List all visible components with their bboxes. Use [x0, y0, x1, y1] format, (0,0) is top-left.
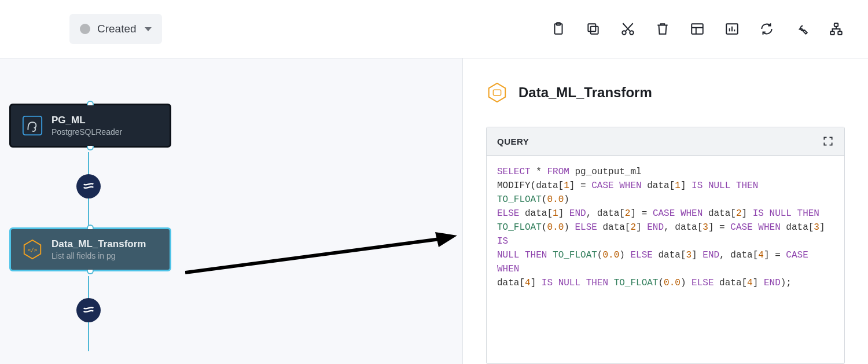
node-subtitle: List all fields in pg: [52, 251, 146, 260]
svg-marker-15: [435, 232, 457, 247]
flow-canvas[interactable]: PG_ML PostgreSQLReader </> Data_ML_Trans…: [0, 58, 463, 364]
clipboard-icon[interactable]: [550, 20, 567, 38]
details-panel: Data_ML_Transform QUERY SELECT * FROM pg…: [463, 58, 868, 364]
svg-rect-10: [838, 31, 842, 34]
query-label: QUERY: [497, 137, 529, 146]
transform-hex-icon: [486, 82, 508, 104]
svg-rect-8: [834, 23, 838, 26]
toolbar-icons: [550, 20, 845, 38]
svg-rect-2: [591, 27, 598, 34]
node-data-ml-transform[interactable]: </> Data_ML_Transform List all fields in…: [9, 227, 171, 271]
svg-marker-16: [489, 83, 506, 102]
connector-badge-icon[interactable]: [76, 174, 101, 198]
node-title: Data_ML_Transform: [52, 238, 146, 250]
hierarchy-icon[interactable]: [827, 20, 845, 38]
status-dot-icon: [80, 24, 90, 34]
query-header: QUERY: [487, 127, 844, 156]
refresh-icon[interactable]: [758, 20, 775, 38]
status-dropdown[interactable]: Created: [69, 14, 162, 44]
caret-down-icon: [145, 27, 152, 31]
chart-icon[interactable]: [723, 20, 741, 38]
connector-badge-icon[interactable]: [76, 298, 101, 322]
svg-text:</>: </>: [27, 247, 37, 253]
cut-icon[interactable]: [619, 20, 637, 38]
topbar: Created: [0, 0, 868, 58]
svg-rect-17: [493, 90, 501, 95]
svg-rect-11: [23, 116, 42, 135]
svg-point-4: [622, 31, 626, 35]
svg-point-5: [630, 31, 634, 35]
annotation-arrow-icon: [185, 232, 457, 278]
panel-header: Data_ML_Transform: [486, 82, 845, 104]
wrench-icon[interactable]: [793, 20, 810, 38]
query-box: QUERY SELECT * FROM pg_output_ml MODIFY(…: [486, 127, 845, 364]
node-subtitle: PostgreSQLReader: [52, 127, 122, 137]
svg-rect-6: [692, 24, 703, 34]
svg-rect-3: [588, 24, 595, 31]
layout-icon[interactable]: [689, 20, 706, 38]
query-code[interactable]: SELECT * FROM pg_output_ml MODIFY(data[1…: [487, 156, 844, 299]
transform-hex-icon: </>: [21, 238, 43, 260]
node-title: PG_ML: [52, 115, 122, 126]
main-split: PG_ML PostgreSQLReader </> Data_ML_Trans…: [0, 58, 868, 364]
svg-line-14: [185, 239, 440, 273]
svg-rect-9: [830, 31, 834, 34]
delete-icon[interactable]: [654, 20, 671, 38]
copy-icon[interactable]: [584, 20, 602, 38]
panel-title: Data_ML_Transform: [518, 84, 652, 101]
node-pg-ml[interactable]: PG_ML PostgreSQLReader: [9, 104, 171, 148]
status-label: Created: [97, 23, 137, 35]
expand-icon[interactable]: [822, 135, 834, 147]
postgres-icon: [21, 115, 43, 137]
